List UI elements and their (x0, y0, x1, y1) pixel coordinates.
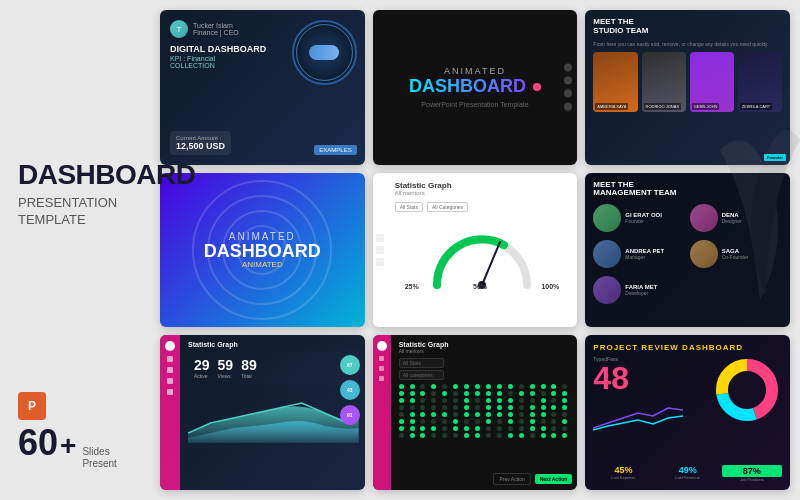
slide8-title: Statistic Graph (399, 341, 572, 348)
dot (420, 405, 425, 410)
dot (431, 433, 436, 438)
filter8-2[interactable]: All categories (399, 370, 444, 380)
dot (508, 412, 513, 417)
gauge-100: 100% (541, 283, 559, 290)
examples-button[interactable]: EXAMPLES (314, 145, 356, 155)
dot (399, 426, 404, 431)
dot (562, 398, 567, 403)
dot (410, 419, 415, 424)
slide-statistic-gauge[interactable]: Statistic Graph All mentors All Stats Al… (373, 173, 578, 328)
dot (431, 412, 436, 417)
dot (464, 433, 469, 438)
side-icons-5 (376, 234, 384, 266)
dot (410, 433, 415, 438)
photo-label-2: RODRIGO JONAS (644, 103, 682, 110)
dot (475, 433, 480, 438)
avatar: T (170, 20, 188, 38)
slide8-sidebar (373, 335, 391, 490)
dot (551, 412, 556, 417)
metric-pct-1: 45% (593, 465, 653, 475)
dot (551, 405, 556, 410)
metric-name-1: Last Expense (593, 475, 653, 480)
dot (464, 412, 469, 417)
dot (399, 433, 404, 438)
metric-box-2: 49% Last Revenue (658, 465, 718, 482)
dot (442, 391, 447, 396)
mgmt-member-3: ANDREA PET Manager (593, 240, 685, 268)
amount-box: Current Amount : 12,500 USD (170, 131, 231, 155)
dot (431, 405, 436, 410)
dot (530, 419, 535, 424)
dot (519, 391, 524, 396)
dot (399, 419, 404, 424)
area-svg (188, 388, 359, 443)
dot (562, 433, 567, 438)
dot (562, 426, 567, 431)
car-visual (292, 20, 357, 85)
ppt-label: P (28, 399, 36, 413)
line-chart-container (593, 398, 683, 437)
filter1[interactable]: All Stats (395, 202, 423, 212)
mgmt-photo-5 (593, 276, 621, 304)
dot (530, 384, 535, 389)
dot (562, 419, 567, 424)
sb8-icon-4 (379, 376, 384, 381)
slide-project-review[interactable]: PROJECT REVIEW DASHBOARD TypedFans 48 (585, 335, 790, 490)
dot (464, 419, 469, 424)
slide-animated-dashboard[interactable]: ANIMATED DASHBOARD PowerPoint Presentati… (373, 10, 578, 165)
metric-name-3: Job Positions (722, 477, 782, 482)
dot (551, 384, 556, 389)
dot (508, 384, 513, 389)
dot (541, 391, 546, 396)
slide-animated-big[interactable]: ANIMATED DASHBOARD ANIMATED (160, 173, 365, 328)
dot (551, 391, 556, 396)
donut-container (712, 355, 782, 425)
dot (453, 405, 458, 410)
leaf-decoration (700, 120, 800, 320)
gauge-25: 25% (405, 283, 419, 290)
slide-area-chart[interactable]: Statistic Graph 29 Active 59 Views 89 To… (160, 335, 365, 490)
num-3: 89 (241, 357, 257, 373)
dot (486, 405, 491, 410)
slide9-metrics: 45% Last Expense 49% Last Revenue 87% Jo… (593, 465, 782, 482)
dot (475, 384, 480, 389)
dot (453, 433, 458, 438)
dot (541, 398, 546, 403)
user-info: Tucker Islam Finance | CEO (193, 22, 239, 36)
badge-label: SlidesPresent (82, 446, 116, 470)
dot (530, 433, 535, 438)
metric-3: 91 (340, 405, 360, 425)
dot (464, 426, 469, 431)
slide4-content: ANIMATED DASHBOARD ANIMATED (204, 231, 321, 269)
dot (562, 405, 567, 410)
donut-svg (712, 355, 782, 425)
dot (420, 419, 425, 424)
badge-plus: + (60, 430, 76, 462)
filter2[interactable]: All Categories (427, 202, 468, 212)
big-number: 48 (593, 362, 683, 394)
filter8-1[interactable]: All Stats (399, 358, 444, 368)
dot (541, 426, 546, 431)
sb-icon-4 (167, 378, 173, 384)
side-icons (564, 64, 572, 111)
dot (442, 384, 447, 389)
next-button[interactable]: Next Action (535, 474, 573, 484)
slide-dot-chart[interactable]: Statistic Graph All mentors All Stats Al… (373, 335, 578, 490)
dot (442, 398, 447, 403)
sb-icon-5 (167, 389, 173, 395)
team-photo-3: GEMS JOHN (690, 52, 734, 112)
dot (464, 391, 469, 396)
slide7-numbers: 29 Active 59 Views 89 Total (188, 351, 359, 385)
dot (497, 391, 502, 396)
dot (475, 391, 480, 396)
amount-value: 12,500 USD (176, 141, 225, 151)
dot (442, 433, 447, 438)
slide8-bottom: Prev Action Next Action (493, 473, 572, 485)
team-photo-1: AMBERIA SAYA (593, 52, 637, 112)
mgmt-member-5: FARIA MET Developer (593, 276, 685, 304)
dot (530, 412, 535, 417)
dot (453, 412, 458, 417)
slide-digital-dashboard[interactable]: T Tucker Islam Finance | CEO DIGITAL DAS… (160, 10, 365, 165)
dot (410, 412, 415, 417)
prev-button[interactable]: Prev Action (493, 473, 530, 485)
